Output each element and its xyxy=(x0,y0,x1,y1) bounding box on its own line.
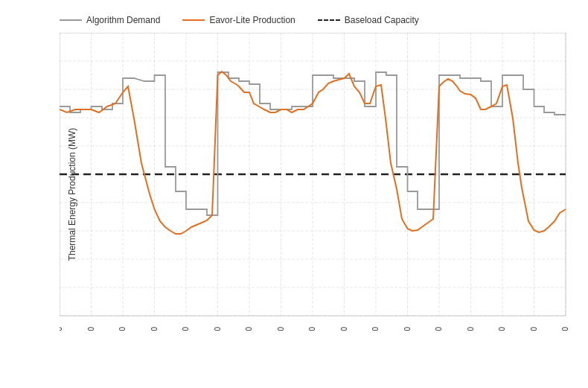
chart-container: Algorithm Demand Eavor-Lite Production B… xyxy=(0,0,588,388)
svg-text:07/04 0:00: 07/04 0:00 xyxy=(561,327,569,331)
svg-text:07/03 9:00: 07/03 9:00 xyxy=(403,327,412,331)
legend-algorithm-demand: Algorithm Demand xyxy=(60,15,160,25)
svg-text:07/03 0:00: 07/03 0:00 xyxy=(308,327,316,331)
svg-text:07/02 12:00: 07/02 12:00 xyxy=(182,327,190,331)
svg-text:07/02 21:00: 07/02 21:00 xyxy=(277,327,285,331)
svg-text:07/02 0:00: 07/02 0:00 xyxy=(60,327,63,331)
svg-text:07/02 18:00: 07/02 18:00 xyxy=(245,327,253,331)
legend-baseload: Baseload Capacity xyxy=(318,15,419,25)
legend-label-algorithm: Algorithm Demand xyxy=(86,15,160,25)
legend-line-orange xyxy=(182,19,205,21)
svg-text:07/03 12:00: 07/03 12:00 xyxy=(435,327,443,331)
x-axis-ticks: 07/02 0:00 07/02 3:00 07/02 6:00 07/02 9… xyxy=(60,327,569,331)
chart-legend: Algorithm Demand Eavor-Lite Production B… xyxy=(52,15,573,25)
legend-label-baseload: Baseload Capacity xyxy=(345,15,419,25)
y-axis-label: Thermal Energy Production (MW) xyxy=(67,127,77,261)
svg-text:07/02 3:00: 07/02 3:00 xyxy=(87,327,95,331)
svg-text:07/02 9:00: 07/02 9:00 xyxy=(150,327,159,331)
svg-text:07/03 15:00: 07/03 15:00 xyxy=(467,327,475,331)
legend-line-dashed xyxy=(318,19,340,21)
main-chart: 0 0.1 0.2 0.3 0.4 0.5 0.6 0.7 0.8 0.9 1 … xyxy=(60,33,581,331)
svg-text:07/03 18:00: 07/03 18:00 xyxy=(498,327,506,331)
svg-text:07/03 3:00: 07/03 3:00 xyxy=(340,327,348,331)
svg-text:07/03 6:00: 07/03 6:00 xyxy=(371,327,380,331)
legend-line-gray xyxy=(60,19,82,21)
svg-text:07/02 15:00: 07/02 15:00 xyxy=(214,327,222,331)
legend-eavor-production: Eavor-Lite Production xyxy=(182,15,295,25)
svg-text:07/02 6:00: 07/02 6:00 xyxy=(118,327,127,331)
legend-label-eavor: Eavor-Lite Production xyxy=(209,15,295,25)
svg-text:07/03 21:00: 07/03 21:00 xyxy=(530,327,538,331)
